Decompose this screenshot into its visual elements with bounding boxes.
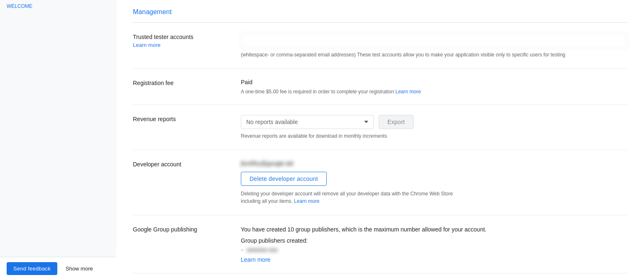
sidebar: Send feedback Show more WELCOME	[0, 0, 116, 280]
revenue-select-wrapper: No reports available Export	[241, 115, 627, 129]
bottom-bar: Send feedback Show more	[0, 257, 116, 280]
trusted-tester-content: (whitespace- or comma-separated email ad…	[241, 33, 627, 58]
developer-account-description: Deleting your developer account will rem…	[241, 190, 457, 205]
developer-account-content: jfunl/ltry@google.tali Delete developer …	[241, 160, 627, 205]
page-wrapper: Send feedback Show more WELCOME Manageme…	[0, 0, 644, 280]
developer-account-row: Developer account jfunl/ltry@google.tali…	[133, 150, 627, 215]
google-group-publishing-learn-more[interactable]: Learn more	[241, 256, 271, 263]
revenue-reports-hint: Revenue reports are available for downlo…	[241, 132, 627, 140]
trusted-tester-hint: (whitespace- or comma-separated email ad…	[241, 51, 627, 58]
group-publishers-list: xxxxxxx-xxx	[241, 246, 627, 253]
revenue-reports-row: Revenue reports No reports available Exp…	[133, 105, 627, 150]
developer-account-learn-more[interactable]: Learn more	[294, 198, 319, 204]
group-publisher-item: xxxxxxx-xxx	[241, 246, 627, 253]
trusted-tester-label: Trusted tester accounts Learn more	[133, 33, 241, 48]
send-feedback-button[interactable]: Send feedback	[7, 262, 57, 275]
google-group-publishing-label: Google Group publishing	[133, 225, 241, 233]
group-publishing-description: You have created 10 group publishers, wh…	[241, 225, 627, 234]
export-button[interactable]: Export	[379, 115, 414, 129]
google-group-publishing-row: Google Group publishing You have created…	[133, 215, 627, 273]
revenue-reports-label: Revenue reports	[133, 115, 241, 122]
revenue-reports-select[interactable]: No reports available	[241, 115, 374, 129]
trusted-tester-input[interactable]	[241, 33, 627, 49]
developer-email: jfunl/ltry@google.tali	[241, 160, 627, 167]
registration-fee-label: Registration fee	[133, 79, 241, 86]
registration-fee-row: Registration fee Paid A one-time $5.00 f…	[133, 69, 627, 105]
registration-fee-status: Paid	[241, 79, 627, 85]
trusted-tester-input-container	[241, 33, 627, 49]
main-content: Management Trusted tester accounts Learn…	[116, 0, 644, 280]
developer-account-label: Developer account	[133, 160, 241, 168]
welcome-label: WELCOME	[7, 0, 32, 12]
management-section-title: Management	[133, 0, 627, 23]
show-more-button[interactable]: Show more	[62, 262, 96, 275]
registration-fee-content: Paid A one-time $5.00 fee is required in…	[241, 79, 627, 95]
group-publishers-label: Group publishers created:	[241, 237, 627, 244]
registration-fee-description: A one-time $5.00 fee is required in orde…	[241, 89, 627, 95]
google-group-publishing-content: You have created 10 group publishers, wh…	[241, 225, 627, 263]
notifications-section-title: Notifications	[133, 273, 627, 280]
trusted-tester-row: Trusted tester accounts Learn more (whit…	[133, 23, 627, 69]
trusted-tester-learn-more[interactable]: Learn more	[133, 42, 241, 48]
registration-fee-learn-more[interactable]: Learn more	[395, 89, 421, 95]
delete-developer-account-button[interactable]: Delete developer account	[241, 172, 327, 186]
revenue-reports-content: No reports available Export Revenue repo…	[241, 115, 627, 140]
